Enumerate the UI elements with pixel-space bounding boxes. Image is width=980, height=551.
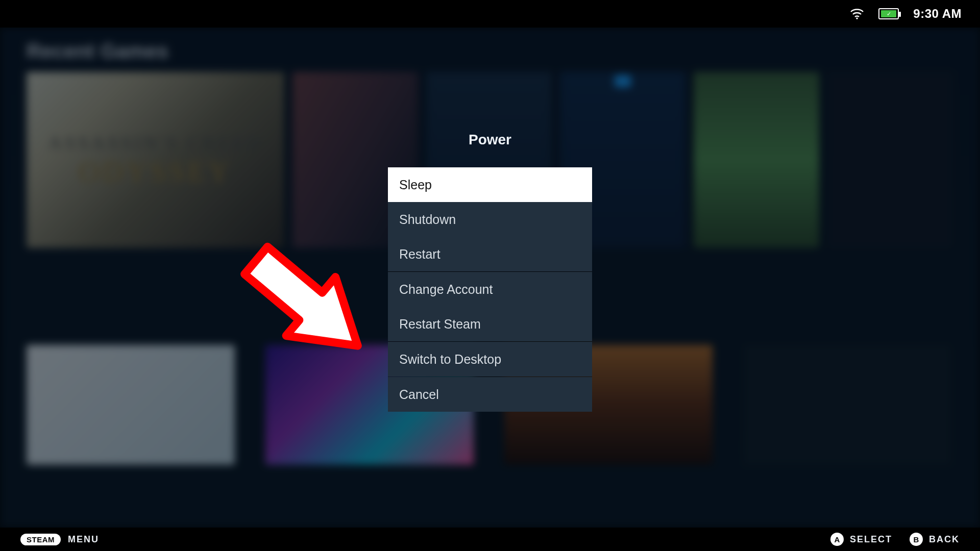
button-glyph-icon: A xyxy=(830,533,844,546)
wifi-icon xyxy=(850,8,864,20)
button-hint: ASELECT xyxy=(830,533,892,546)
status-bar: ✓ 9:30 AM xyxy=(0,0,980,28)
button-hint-label: BACK xyxy=(929,534,960,545)
menu-separator xyxy=(388,377,592,377)
button-glyph-icon: B xyxy=(910,533,923,546)
svg-point-0 xyxy=(856,17,859,19)
power-menu-item[interactable]: Cancel xyxy=(388,377,592,412)
power-menu-item[interactable]: Restart xyxy=(388,237,592,271)
power-menu-item[interactable]: Change Account xyxy=(388,272,592,307)
menu-separator xyxy=(388,271,592,272)
power-menu-item[interactable]: Sleep xyxy=(388,167,592,202)
steam-pill: STEAM xyxy=(20,534,61,545)
button-hint-label: SELECT xyxy=(850,534,892,545)
menu-label: MENU xyxy=(68,534,99,545)
power-menu: SleepShutdownRestartChange AccountRestar… xyxy=(388,167,592,412)
dialog-title: Power xyxy=(388,132,592,148)
button-hint: BBACK xyxy=(910,533,960,546)
bottom-bar: STEAM MENU ASELECTBBACK xyxy=(0,528,980,551)
power-dialog: Power SleepShutdownRestartChange Account… xyxy=(388,132,592,412)
steam-menu-hint[interactable]: STEAM MENU xyxy=(20,534,99,545)
battery-icon: ✓ xyxy=(878,8,899,19)
power-menu-item[interactable]: Shutdown xyxy=(388,202,592,237)
menu-separator xyxy=(388,341,592,342)
power-menu-item[interactable]: Switch to Desktop xyxy=(388,342,592,377)
power-menu-item[interactable]: Restart Steam xyxy=(388,307,592,341)
clock: 9:30 AM xyxy=(913,7,962,21)
